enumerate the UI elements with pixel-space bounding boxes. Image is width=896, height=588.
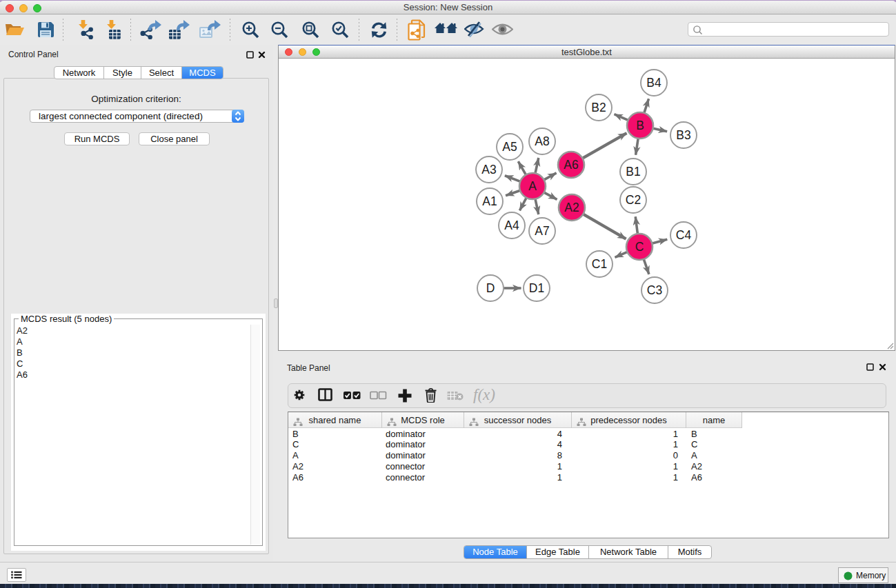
svg-text:A2: A2 <box>564 201 579 214</box>
svg-text:B1: B1 <box>626 165 640 179</box>
svg-text:C4: C4 <box>676 228 692 242</box>
svg-text:A: A <box>528 179 537 193</box>
svg-text:B: B <box>636 119 644 132</box>
svg-text:D: D <box>486 281 495 295</box>
svg-text:A8: A8 <box>535 134 549 148</box>
svg-text:A1: A1 <box>482 194 497 208</box>
svg-text:C3: C3 <box>647 283 662 297</box>
svg-text:A6: A6 <box>564 158 578 172</box>
svg-text:C1: C1 <box>592 257 607 271</box>
svg-text:C: C <box>635 240 644 254</box>
svg-text:B3: B3 <box>676 128 690 142</box>
svg-text:A7: A7 <box>535 224 549 238</box>
svg-text:A4: A4 <box>504 219 519 232</box>
svg-text:B2: B2 <box>591 101 606 114</box>
svg-text:D1: D1 <box>529 281 544 295</box>
svg-text:A5: A5 <box>502 140 517 154</box>
svg-text:A3: A3 <box>481 163 496 176</box>
svg-text:C2: C2 <box>626 193 641 207</box>
svg-text:B4: B4 <box>646 76 661 90</box>
